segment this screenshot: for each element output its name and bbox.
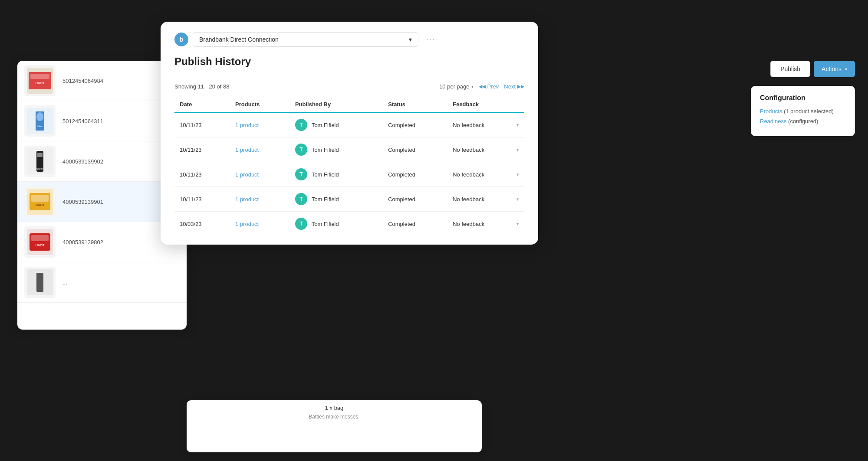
svg-rect-18 — [31, 235, 49, 241]
cell-publisher-0: T Tom Fifield — [290, 112, 383, 137]
table-row: 10/11/23 1 product T Tom Fifield Complet… — [174, 162, 524, 187]
feedback-dropdown-icon-3[interactable]: ▾ — [516, 196, 519, 202]
product-thumb-5: LINDT — [24, 226, 56, 258]
actions-button[interactable]: Actions ▾ — [814, 61, 855, 77]
bottom-data-panel: 1 x bag Battles make messes. — [187, 400, 482, 452]
table-row: 10/11/23 1 product T Tom Fifield Complet… — [174, 137, 524, 162]
connector-name: Brandbank Direct Connection — [199, 36, 279, 43]
modal-body: Showing 11 - 20 of 88 10 per page ▾ ◀◀ P… — [161, 75, 538, 245]
feedback-dropdown-icon-4[interactable]: ▾ — [516, 221, 519, 227]
svg-rect-14 — [31, 195, 49, 202]
feedback-dropdown-icon-2[interactable]: ▾ — [516, 172, 519, 177]
cell-date-2: 10/11/23 — [174, 162, 230, 187]
publish-button[interactable]: Publish — [770, 61, 810, 77]
publisher-avatar-0: T — [295, 119, 307, 131]
svg-rect-2 — [30, 74, 49, 79]
config-readiness-item: Readiness (configured) — [760, 118, 846, 124]
col-published-by: Published By — [290, 97, 383, 112]
publisher-name-4: Tom Fifield — [312, 221, 339, 227]
product-thumb-2: blue — [24, 105, 56, 137]
barcode-2: 5012454064311 — [62, 118, 103, 124]
cell-date-1: 10/11/23 — [174, 137, 230, 162]
svg-text:SPRAY: SPRAY — [36, 168, 44, 170]
config-products-link[interactable]: Products — [760, 108, 782, 114]
cell-publisher-2: T Tom Fifield — [290, 162, 383, 187]
action-buttons: Publish Actions ▾ — [751, 61, 855, 77]
pagination-controls: 10 per page ▾ ◀◀ Prev Next ▶▶ — [439, 83, 524, 90]
svg-text:LINDT: LINDT — [36, 203, 45, 206]
product-thumb-6 — [24, 267, 56, 298]
config-title: Configuration — [760, 94, 846, 102]
svg-text:LINDT: LINDT — [36, 244, 45, 247]
prev-arrow-icon: ◀◀ — [479, 84, 486, 89]
connector-icon: b — [174, 33, 188, 46]
svg-text:LINDT: LINDT — [36, 82, 45, 85]
bottom-panel-center-text: 1 x bag — [195, 405, 473, 411]
prev-button[interactable]: ◀◀ Prev — [479, 83, 499, 90]
configuration-card: Configuration Products (1 product select… — [751, 86, 855, 136]
publisher-name-2: Tom Fifield — [312, 171, 339, 178]
col-feedback: Feedback — [447, 97, 524, 112]
cell-feedback-3: No feedback ▾ — [447, 187, 524, 212]
barcode-3: 4000539139902 — [62, 158, 103, 165]
cell-products-3[interactable]: 1 product — [230, 187, 290, 212]
history-table: Date Products Published By Status Feedba… — [174, 97, 524, 236]
connector-dropdown[interactable]: Brandbank Direct Connection ▾ — [193, 32, 418, 47]
product-thumb-3: SPRAY — [24, 146, 56, 177]
feedback-text-4: No feedback — [453, 221, 484, 227]
config-products-item: Products (1 product selected) — [760, 108, 846, 114]
cell-status-1: Completed — [383, 137, 447, 162]
feedback-text-0: No feedback — [453, 122, 484, 128]
chevron-down-icon: ▾ — [409, 36, 412, 43]
feedback-text-3: No feedback — [453, 196, 484, 203]
svg-rect-21 — [36, 273, 43, 292]
feedback-text-2: No feedback — [453, 171, 484, 178]
main-modal: b Brandbank Direct Connection ▾ ··· Publ… — [161, 22, 538, 245]
cell-date-0: 10/11/23 — [174, 112, 230, 137]
cell-date-3: 10/11/23 — [174, 187, 230, 212]
cell-date-4: 10/03/23 — [174, 212, 230, 236]
cell-products-2[interactable]: 1 product — [230, 162, 290, 187]
cell-status-4: Completed — [383, 212, 447, 236]
product-row-6[interactable]: ... — [17, 262, 187, 303]
feedback-dropdown-icon-1[interactable]: ▾ — [516, 147, 519, 153]
modal-header: b Brandbank Direct Connection ▾ ··· Publ… — [161, 22, 538, 75]
cell-products-0[interactable]: 1 product — [230, 112, 290, 137]
table-header-row: Date Products Published By Status Feedba… — [174, 97, 524, 112]
publisher-name-1: Tom Fifield — [312, 147, 339, 153]
svg-rect-10 — [37, 153, 43, 157]
barcode-5: 4000539139802 — [62, 239, 103, 245]
config-readiness-meta: (configured) — [788, 118, 818, 124]
svg-text:blue: blue — [37, 125, 43, 128]
connector-bar: b Brandbank Direct Connection ▾ ··· — [174, 32, 524, 47]
cell-publisher-1: T Tom Fifield — [290, 137, 383, 162]
next-button[interactable]: Next ▶▶ — [504, 83, 524, 90]
right-panel: Publish Actions ▾ Configuration Products… — [751, 61, 855, 136]
cell-products-4[interactable]: 1 product — [230, 212, 290, 236]
publisher-avatar-3: T — [295, 193, 307, 205]
per-page-selector[interactable]: 10 per page ▾ — [439, 83, 473, 90]
per-page-label: 10 per page — [439, 83, 469, 90]
cell-feedback-1: No feedback ▾ — [447, 137, 524, 162]
cell-feedback-4: No feedback ▾ — [447, 212, 524, 236]
barcode-6: ... — [62, 279, 67, 286]
config-products-meta: (1 product selected) — [784, 108, 834, 114]
next-label: Next — [504, 83, 516, 90]
per-page-arrow-icon: ▾ — [471, 84, 473, 89]
col-products: Products — [230, 97, 290, 112]
barcode-4: 4000539139901 — [62, 199, 103, 205]
feedback-dropdown-icon-0[interactable]: ▾ — [516, 122, 519, 128]
col-date: Date — [174, 97, 230, 112]
cell-publisher-4: T Tom Fifield — [290, 212, 383, 236]
publisher-avatar-4: T — [295, 218, 307, 230]
publisher-name-0: Tom Fifield — [312, 122, 339, 128]
publisher-name-3: Tom Fifield — [312, 196, 339, 203]
config-readiness-link[interactable]: Readiness — [760, 118, 786, 124]
more-options-button[interactable]: ··· — [423, 33, 439, 46]
barcode-1: 5012454064984 — [62, 78, 103, 84]
actions-label: Actions — [822, 65, 842, 72]
bottom-panel-sub-text: Battles make messes. — [195, 414, 473, 420]
cell-status-3: Completed — [383, 187, 447, 212]
prev-label: Prev — [487, 83, 499, 90]
cell-products-1[interactable]: 1 product — [230, 137, 290, 162]
